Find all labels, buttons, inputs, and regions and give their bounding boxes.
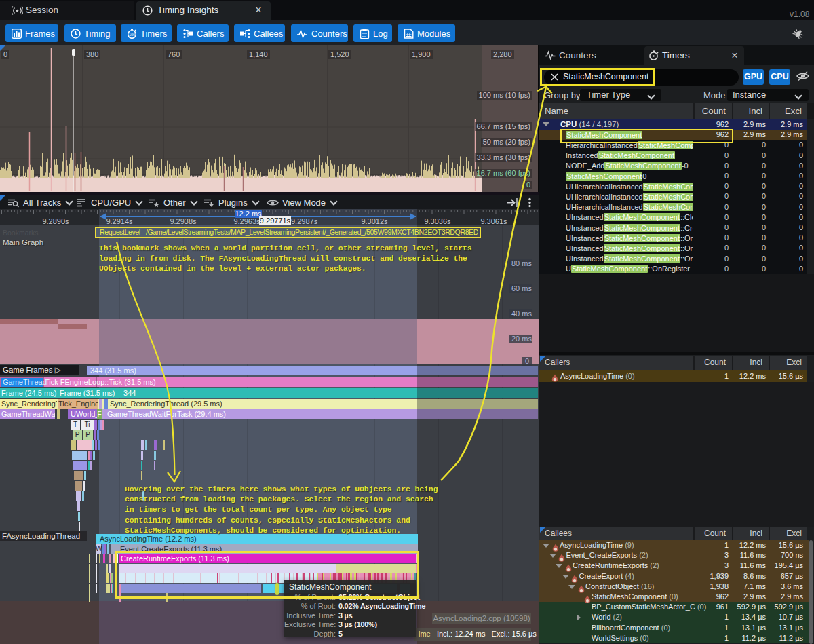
svg-text:100: 100 — [129, 32, 135, 36]
